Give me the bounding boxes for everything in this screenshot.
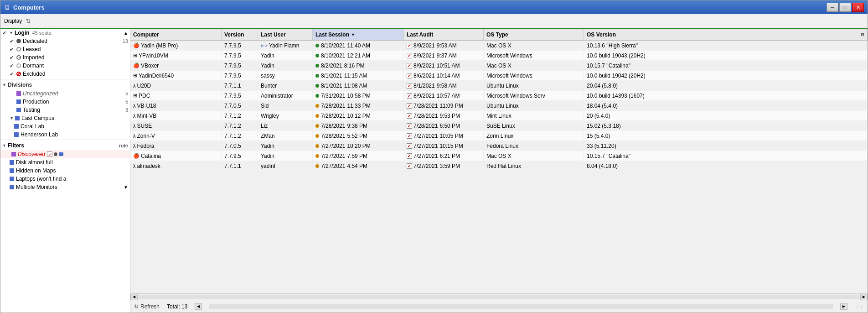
session-time: 11:08 AM [344, 83, 367, 89]
checkmark-login: ✔ [2, 30, 8, 36]
refresh-button[interactable]: ↻ Refresh [134, 303, 160, 310]
ostype-value: Microsoft Windows [486, 52, 532, 59]
table-row[interactable]: λ almadesk 7.7.1.1 yadinf 7/27/2021 4:54… [130, 161, 868, 171]
cell-lastuser: sassy [258, 71, 313, 80]
cell-computer: 🍎 Catalina [130, 151, 222, 161]
session-status-dot [315, 64, 319, 68]
sidebar-item-login[interactable]: ✔ ▼ Login 45 seats ▲ [0, 29, 130, 37]
sidebar-section-divisions[interactable]: ▼ Divisions [0, 80, 130, 89]
sidebar-item-laptops[interactable]: Laptops (won't find a [0, 175, 130, 183]
cell-lastaudit: ✔ 7/28/2021 9:53 PM [404, 111, 484, 120]
cell-ostype: Red Hat Linux [484, 161, 584, 171]
sidebar-item-corallab[interactable]: Coral Lab [0, 122, 130, 130]
table-row[interactable]: 🍎 Catalina 7.7.9.5 Yadin 7/27/2021 7:59 … [130, 151, 868, 161]
sidebar-item-production[interactable]: Production 5 [0, 98, 130, 106]
col-header-computer[interactable]: Computer [130, 29, 222, 40]
eastcampus-label: East Campus [21, 115, 54, 121]
session-status-dot [315, 44, 319, 47]
table-row[interactable]: λ VB-U18 7.7.0.5 Sid 7/28/2021 11:33 PM … [130, 101, 868, 111]
col-header-osversion[interactable]: OS Version ⊟ [584, 29, 868, 40]
table-row[interactable]: ⊞ PDC 7.7.9.5 Administrator 7/31/2021 10… [130, 91, 868, 101]
sidebar-item-dedicated[interactable]: ✔ Dedicated 13 [0, 37, 130, 45]
cell-computer: ⊞ PDC [130, 91, 222, 100]
sidebar-item-excluded[interactable]: ✔ Excluded [0, 70, 130, 78]
table-row[interactable]: λ SUSE 7.7.1.2 Liz 7/28/2021 9:38 PM ✔ 7… [130, 121, 868, 131]
cell-version: 7.7.1.1 [222, 161, 258, 171]
sidebar-item-disk[interactable]: Disk almost full [0, 158, 130, 167]
table-row[interactable]: 🍎 VBoxer 7.7.9.5 Yadin 8/2/2021 8:16 PM … [130, 61, 868, 71]
filter-icon[interactable]: ⊟ [861, 32, 864, 37]
lastuser-value: Sid [261, 103, 269, 109]
osversion-value: 33 (5.11.20) [587, 143, 616, 149]
leased-label: Leased [23, 46, 41, 52]
dormant-icon [16, 63, 21, 68]
osversion-value: 15 (5.4.0) [587, 133, 610, 139]
audit-date: 7/27/2021 [413, 143, 438, 149]
cell-version: 7.7.9.5 [222, 61, 258, 70]
status-scroll-left[interactable]: ◀ [195, 303, 202, 310]
col-header-lastsession[interactable]: Last Session ▼ [313, 29, 404, 40]
lastuser-value: Wrigley [261, 113, 279, 119]
discovered-icon [11, 152, 16, 156]
cell-version: 7.7.0.5 [222, 141, 258, 151]
sort-icon[interactable]: ⇅ [26, 17, 31, 25]
audit-checkbox: ✔ [407, 143, 412, 149]
disk-icon [10, 160, 14, 165]
discovered-label: Discovered [18, 151, 45, 157]
session-status-dot [315, 164, 319, 168]
cell-computer: 🍎 VBoxer [130, 61, 222, 70]
ostype-value: Fedora Linux [486, 143, 518, 149]
filters-header[interactable]: ▼ Filters rule [0, 141, 130, 150]
app-icon: 🖥 [4, 4, 10, 11]
close-button[interactable]: ✕ [852, 3, 864, 12]
minimize-button[interactable]: ─ [827, 3, 838, 12]
cell-lastaudit: ✔ 7/28/2021 6:50 PM [404, 121, 484, 130]
sidebar-item-monitors[interactable]: Multiple Monitors ▼ [0, 183, 130, 191]
table-row[interactable]: λ Zorin-V 7.7.1.2 ZMan 7/28/2021 5:52 PM… [130, 131, 868, 141]
sidebar-item-discovered[interactable]: Discovered ✔ [0, 150, 130, 158]
audit-date: 7/28/2021 [413, 113, 438, 119]
sidebar-item-leased[interactable]: ✔ Leased [0, 45, 130, 53]
ostype-value: Ubuntu Linux [486, 103, 519, 109]
table-row[interactable]: ⊞ YFwin10VM 7.7.9.5 Yadin 8/10/2021 12:2… [130, 51, 868, 61]
audit-date: 8/9/2021 [413, 42, 435, 49]
status-scroll-right[interactable]: ▶ [840, 303, 847, 310]
sidebar-item-dormant[interactable]: ✔ Dormant [0, 62, 130, 70]
osversion-value: 10.0 build 14393 (1607) [587, 93, 645, 99]
sidebar-item-imported[interactable]: ✔ → Imported [0, 53, 130, 62]
divisions-label: Divisions [8, 82, 32, 88]
laptops-label: Laptops (won't find a [16, 176, 66, 182]
scroll-left-button[interactable]: ◀ [130, 294, 138, 300]
col-header-lastaudit[interactable]: Last Audit [404, 29, 484, 40]
cell-lastaudit: ✔ 7/27/2021 3:59 PM [404, 161, 484, 171]
table-row[interactable]: λ Fedora 7.7.0.5 Yadin 7/27/2021 10:20 P… [130, 141, 868, 151]
col-header-version[interactable]: Version [222, 29, 258, 40]
sidebar-item-eastcampus[interactable]: ▼ East Campus [0, 114, 130, 122]
ostype-value: Mac OS X [486, 63, 512, 69]
maximize-button[interactable]: □ [839, 3, 851, 12]
checkmark-dormant: ✔ [10, 63, 15, 69]
col-header-ostype[interactable]: OS Type [484, 29, 584, 40]
sidebar-item-uncategorized[interactable]: Uncategorized 5 [0, 89, 130, 98]
sidebar-item-hendersonlab[interactable]: Henderson Lab [0, 130, 130, 139]
table-row[interactable]: ⊞ YadinDell6540 7.7.9.5 sassy 8/1/2021 1… [130, 71, 868, 81]
audit-time: 3:59 PM [439, 163, 460, 169]
session-time: 10:20 PM [347, 143, 370, 149]
cell-lastsession: 7/27/2021 4:54 PM [313, 161, 404, 171]
cell-osversion: 8.04 (4.18.0) [584, 161, 868, 171]
cell-osversion: 18.04 (5.4.0) [584, 101, 868, 110]
cell-osversion: 10.15.7 "Catalina" [584, 61, 868, 70]
sidebar-item-testing[interactable]: Testing 3 [0, 106, 130, 114]
sidebar-item-hidden[interactable]: Hidden on Maps [0, 167, 130, 175]
horiz-scrollbar[interactable]: ◀ ▶ [130, 293, 868, 300]
table-row[interactable]: λ U20D 7.7.1.1 Bunter 8/1/2021 11:08 AM … [130, 81, 868, 91]
testing-label: Testing [23, 107, 40, 113]
table-row[interactable]: λ Mint-VB 7.7.1.2 Wrigley 7/28/2021 10:1… [130, 111, 868, 121]
table-row[interactable]: 🍎 Yadin (MB Pro) 7.7.9.5 ⊳⊳Yadin Flamn 8… [130, 41, 868, 51]
osversion-value: 10.15.7 "Catalina" [587, 153, 630, 159]
session-time: 7:59 PM [347, 153, 367, 159]
col-header-lastuser[interactable]: Last User [258, 29, 313, 40]
scroll-right-button[interactable]: ▶ [860, 294, 868, 300]
audit-date: 8/1/2021 [413, 83, 435, 89]
excluded-label: Excluded [23, 71, 45, 77]
